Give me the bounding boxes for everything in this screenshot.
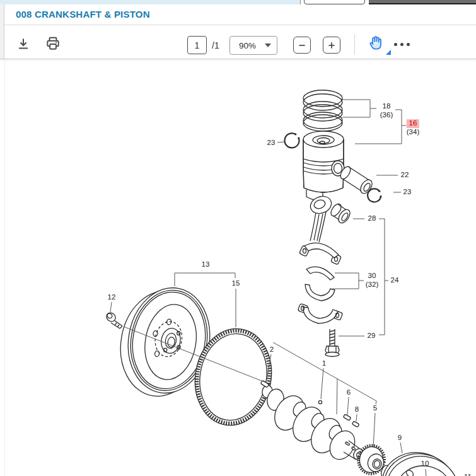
- callout-quantity: (34): [407, 128, 419, 137]
- chevron-down-icon: [265, 44, 271, 47]
- callout-number: 30: [366, 272, 378, 281]
- cropped-input-remnant: [304, 0, 365, 4]
- callout-29[interactable]: 29: [368, 332, 376, 340]
- callout-leader-lines: [110, 100, 426, 476]
- print-button[interactable]: [44, 35, 62, 52]
- callout-30[interactable]: 30(32): [366, 272, 378, 289]
- page-number-input[interactable]: [187, 36, 207, 54]
- callout-23[interactable]: 23: [267, 139, 276, 148]
- callout-15[interactable]: 15: [232, 279, 240, 288]
- callout-number: 29: [368, 332, 376, 340]
- ellipsis-icon: [394, 43, 397, 46]
- callout-number: 9: [398, 434, 402, 443]
- printer-icon: [45, 35, 61, 52]
- callout-6[interactable]: 6: [347, 388, 351, 397]
- callout-5[interactable]: 5: [373, 404, 377, 413]
- callout-1[interactable]: 1: [322, 359, 326, 368]
- parts-diagram-svg: [0, 0, 476, 476]
- pdf-toolbar: /1 90%: [0, 25, 476, 59]
- left-panel-edge: [0, 4, 4, 59]
- bearing-cap: [298, 303, 342, 323]
- callout-quantity: (36): [380, 111, 393, 120]
- callout-number: 13: [202, 260, 210, 269]
- callout-22[interactable]: 22: [401, 171, 409, 180]
- callout-9[interactable]: 9: [398, 434, 402, 443]
- download-icon: [16, 36, 31, 52]
- hand-icon: [368, 35, 385, 52]
- callout-28[interactable]: 28: [368, 214, 376, 223]
- callout-number: 15: [232, 279, 240, 288]
- callout-11[interactable]: 11: [464, 473, 472, 476]
- key-6: [343, 414, 351, 421]
- content-left-border: [4, 59, 5, 476]
- callout-number: 24: [391, 276, 399, 285]
- ellipsis-icon: [400, 43, 403, 46]
- callout-16[interactable]: 16(34): [407, 119, 419, 137]
- more-options-button[interactable]: [394, 43, 410, 46]
- key-8: [352, 421, 359, 427]
- callout-number: 23: [267, 139, 276, 148]
- minus-icon: [297, 40, 307, 50]
- hand-dropdown-corner-icon: [386, 50, 391, 55]
- callout-number: 16: [407, 119, 419, 128]
- callout-number: 18: [380, 102, 393, 111]
- callout-quantity: (32): [366, 281, 378, 289]
- zoom-level-select[interactable]: 90%: [229, 36, 277, 55]
- circlip-left: [284, 133, 299, 148]
- circlip-right: [368, 189, 381, 202]
- rod-bolt: [325, 329, 339, 357]
- page-count-label: /1: [212, 40, 219, 50]
- callout-24[interactable]: 24: [391, 276, 399, 285]
- callout-number: 22: [401, 171, 409, 180]
- callout-number: 2: [270, 345, 274, 354]
- title-bar: 008 CRANKSHAFT & PISTON: [0, 4, 476, 25]
- callout-2[interactable]: 2: [270, 345, 274, 354]
- bearing-shells: [305, 267, 335, 301]
- callout-12[interactable]: 12: [108, 293, 116, 302]
- callout-number: 5: [373, 404, 377, 413]
- cropped-dark-bar: [369, 0, 476, 4]
- hand-tool-button[interactable]: [368, 35, 387, 55]
- callout-10[interactable]: 10: [421, 460, 429, 468]
- callout-number: 10: [421, 460, 429, 468]
- plus-icon: [327, 40, 337, 50]
- callout-number: 8: [355, 405, 359, 414]
- piston: [303, 131, 344, 200]
- callout-number: 28: [368, 214, 376, 223]
- zoom-level-value: 90%: [239, 41, 256, 50]
- zoom-in-button[interactable]: [323, 37, 340, 54]
- callout-number: 11: [464, 473, 472, 476]
- pulley: [377, 447, 463, 476]
- download-button[interactable]: [15, 35, 32, 53]
- callout-number: 23: [403, 188, 412, 197]
- callout-number: 6: [347, 388, 351, 397]
- callout-number: 1: [322, 359, 326, 368]
- callout-13[interactable]: 13: [202, 260, 210, 269]
- callout-number: 12: [108, 293, 116, 302]
- top-strip: [0, 0, 476, 4]
- ellipsis-icon: [407, 43, 410, 46]
- toolbar-divider: [354, 34, 355, 55]
- callout-8[interactable]: 8: [355, 405, 359, 414]
- zoom-out-button[interactable]: [293, 37, 311, 54]
- connecting-rod: [299, 194, 352, 265]
- callout-23[interactable]: 23: [403, 188, 412, 197]
- cropped-panel-edge: [0, 0, 301, 4]
- flywheel-bolt: [105, 311, 122, 328]
- page-title: 008 CRANKSHAFT & PISTON: [0, 4, 476, 20]
- piston-rings: [303, 90, 342, 131]
- callout-18[interactable]: 18(36): [380, 102, 393, 120]
